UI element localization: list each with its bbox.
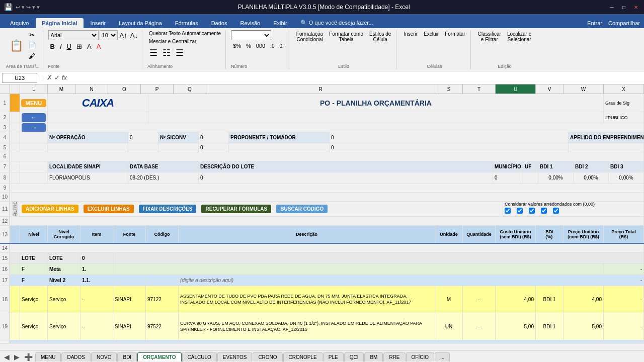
bold-btn[interactable]: B bbox=[48, 42, 57, 51]
sheet-nav-prev[interactable]: ◀ bbox=[2, 352, 12, 362]
sheet-add-btn[interactable]: ➕ bbox=[22, 352, 35, 362]
col-header-U[interactable]: U bbox=[496, 84, 536, 94]
close-btn[interactable]: ✕ bbox=[632, 3, 640, 11]
compartilhar-btn[interactable]: Compartilhar bbox=[608, 20, 640, 26]
sheet-tab-oficio[interactable]: OFÍCIO bbox=[406, 352, 434, 361]
col-header-S[interactable]: S bbox=[435, 84, 463, 94]
wrap-text-btn[interactable]: Quebrar Texto Automaticamente bbox=[147, 30, 222, 37]
buscar-codigo-btn[interactable]: BUSCAR CÓDIGO bbox=[276, 205, 328, 213]
cut-btn[interactable]: ✂ bbox=[26, 30, 38, 40]
col-header-O[interactable]: O bbox=[108, 84, 141, 94]
sheet-tab-novo[interactable]: NOVO bbox=[91, 352, 117, 361]
sheet-nav-next[interactable]: ▶ bbox=[12, 352, 22, 362]
excluir-linhas-btn[interactable]: EXCLUIR LINHAS bbox=[84, 205, 134, 213]
paste-btn[interactable]: 📋 bbox=[8, 39, 25, 52]
col-header-V[interactable]: V bbox=[536, 84, 564, 94]
tab-exibir[interactable]: Exibir bbox=[267, 18, 293, 28]
sheet-tab-bdi[interactable]: BDI bbox=[117, 352, 137, 361]
font-grow-btn[interactable]: A↑ bbox=[119, 31, 128, 40]
number-format-select[interactable] bbox=[231, 30, 271, 40]
tab-revisao[interactable]: Revisão bbox=[234, 18, 266, 28]
chk2[interactable] bbox=[517, 208, 523, 214]
tab-inserir[interactable]: Inserir bbox=[85, 18, 112, 28]
delete-cells-btn[interactable]: Excluir bbox=[422, 30, 441, 38]
copy-btn[interactable]: 📄 bbox=[26, 41, 38, 50]
col-header-W[interactable]: W bbox=[564, 84, 604, 94]
recuperar-formulas-btn[interactable]: RECUPERAR FÓRMULAS bbox=[201, 205, 271, 213]
chk4[interactable] bbox=[541, 208, 547, 214]
tab-arquivo[interactable]: Arquivo bbox=[4, 18, 35, 28]
sort-filter-btn[interactable]: Classificare Filtrar bbox=[476, 30, 503, 43]
horizontal-scrollbar[interactable] bbox=[0, 343, 644, 350]
font-family-select[interactable]: Arial bbox=[48, 30, 99, 40]
sheet-tab-cronople[interactable]: CRONOPLE bbox=[283, 352, 323, 361]
chk3[interactable] bbox=[529, 208, 535, 214]
sheet-tab-bm[interactable]: BM bbox=[364, 352, 383, 361]
align-center-btn[interactable]: ☷ bbox=[160, 46, 173, 59]
entrar-btn[interactable]: Entrar bbox=[587, 20, 602, 26]
minimize-btn[interactable]: ─ bbox=[608, 3, 616, 11]
sheet-tab-orcamento[interactable]: ORÇAMENTO bbox=[137, 352, 181, 361]
tab-formulas[interactable]: Fórmulas bbox=[169, 18, 204, 28]
tab-layout[interactable]: Layout da Página bbox=[113, 18, 168, 28]
fill-color-btn[interactable]: A bbox=[85, 42, 94, 51]
percent-btn[interactable]: % bbox=[244, 42, 253, 50]
merge-center-btn[interactable]: Mesclar e Centralizar bbox=[147, 38, 198, 45]
cell-styles-btn[interactable]: Estilos deCélula bbox=[367, 30, 393, 43]
row-num-17: 17 bbox=[0, 275, 10, 286]
font-shrink-btn[interactable]: A↓ bbox=[129, 31, 139, 40]
sheet-tab-dados[interactable]: DADOS bbox=[61, 352, 91, 361]
align-left-btn[interactable]: ☰ bbox=[147, 46, 159, 59]
col-nivel: Nível bbox=[20, 226, 48, 243]
sheet-tab-crono[interactable]: CRONO bbox=[253, 352, 282, 361]
sheet-tab-rre[interactable]: RRE bbox=[383, 352, 405, 361]
chk1[interactable] bbox=[505, 208, 511, 214]
insert-function-icon[interactable]: fx bbox=[62, 74, 67, 81]
currency-btn[interactable]: $% bbox=[231, 42, 243, 50]
chk5[interactable] bbox=[553, 208, 559, 214]
format-table-btn[interactable]: Formatar comoTabela bbox=[327, 30, 365, 43]
decrease-decimal-btn[interactable]: 0. bbox=[278, 42, 286, 50]
insert-cells-btn[interactable]: Inserir bbox=[401, 30, 420, 38]
increase-decimal-btn[interactable]: .0 bbox=[268, 42, 276, 50]
formula-input[interactable] bbox=[69, 75, 642, 81]
fixar-descricoes-btn[interactable]: FIXAR DESCRIÇÕES bbox=[139, 205, 197, 213]
sheet-tab-ple[interactable]: PLE bbox=[323, 352, 344, 361]
maximize-btn[interactable]: □ bbox=[620, 3, 628, 11]
sheet-tab-eventos[interactable]: EVENTOS bbox=[217, 352, 253, 361]
sheet-tab-calculo[interactable]: CÁLCULO bbox=[182, 352, 217, 361]
find-select-btn[interactable]: Localizar eSelecionar bbox=[505, 30, 533, 43]
font-size-select[interactable]: 10 bbox=[100, 30, 118, 40]
font-color-btn[interactable]: A bbox=[95, 42, 103, 51]
col-header-N[interactable]: N bbox=[75, 84, 108, 94]
col-header-T[interactable]: T bbox=[463, 84, 496, 94]
cell-reference-input[interactable]: U23 bbox=[2, 73, 37, 83]
underline-btn[interactable]: U bbox=[65, 42, 73, 51]
sheet-tab-menu[interactable]: MENU bbox=[35, 352, 61, 361]
col-header-M[interactable]: M bbox=[48, 84, 75, 94]
tab-search[interactable]: 🔍 O que você deseja fazer... bbox=[294, 18, 379, 28]
sheet-tab-qci[interactable]: QCI bbox=[344, 352, 364, 361]
col-header-L[interactable]: L bbox=[20, 84, 48, 94]
comma-btn[interactable]: 000 bbox=[254, 42, 267, 50]
nav-next-btn[interactable]: → bbox=[22, 123, 46, 132]
sheet-tab-more[interactable]: ... bbox=[435, 352, 450, 361]
enter-formula-icon[interactable]: ✓ bbox=[54, 74, 60, 81]
col-header-X[interactable]: X bbox=[604, 84, 644, 94]
conditional-format-btn[interactable]: FormataçãoCondicional bbox=[294, 30, 325, 43]
format-painter-btn[interactable]: 🖌 bbox=[26, 51, 38, 61]
cancel-formula-icon[interactable]: ✗ bbox=[47, 74, 52, 81]
border-btn[interactable]: ⊞ bbox=[74, 42, 84, 51]
menu-button[interactable]: MENU bbox=[21, 99, 46, 107]
tab-pagina-inicial[interactable]: Página Inicial bbox=[36, 18, 83, 28]
col-header-Q[interactable]: Q bbox=[174, 84, 206, 94]
format-cells-btn[interactable]: Formatar bbox=[443, 30, 467, 38]
adicionar-linhas-btn[interactable]: ADICIONAR LINHAS bbox=[22, 205, 78, 213]
tab-dados[interactable]: Dados bbox=[205, 18, 233, 28]
col-header-P[interactable]: P bbox=[141, 84, 174, 94]
col-header-R[interactable]: R bbox=[206, 84, 435, 94]
cells-label: Células bbox=[427, 64, 442, 69]
align-right-btn[interactable]: ☰ bbox=[174, 46, 186, 59]
italic-btn[interactable]: I bbox=[58, 42, 64, 51]
nav-prev-btn[interactable]: ← bbox=[22, 113, 46, 122]
